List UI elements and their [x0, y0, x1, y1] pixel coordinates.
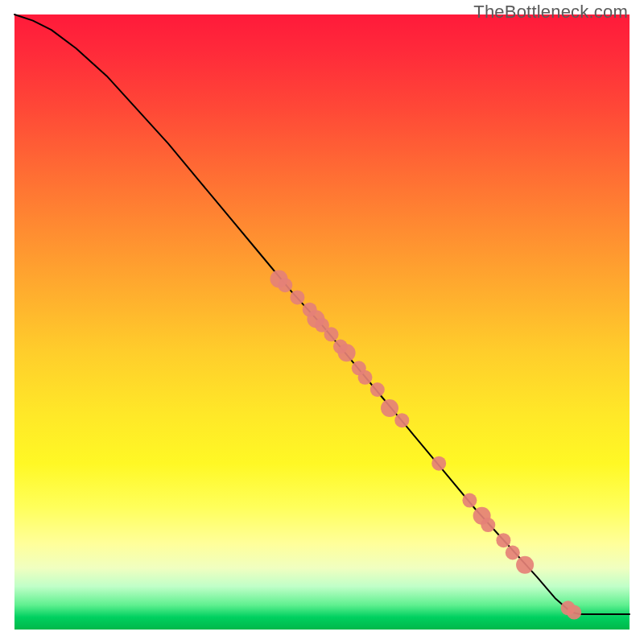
watermark-text: TheBottleneck.com [473, 2, 628, 23]
gradient-background [14, 14, 630, 630]
chart-canvas: TheBottleneck.com [0, 0, 644, 644]
